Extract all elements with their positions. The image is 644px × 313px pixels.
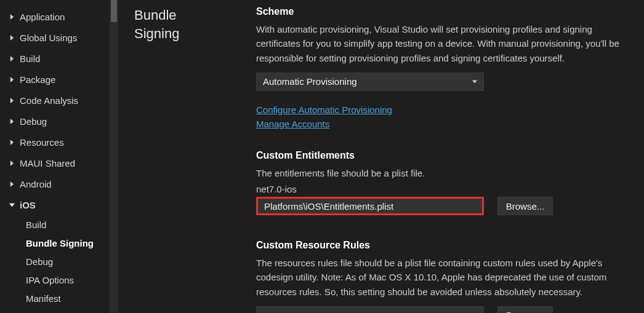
sidebar-subitem-label: IPA Options: [26, 275, 74, 285]
scheme-description: With automatic provisioning, Visual Stud…: [256, 22, 635, 65]
sidebar-subitem-debug[interactable]: Debug: [5, 252, 118, 271]
chevron-right-icon: [7, 77, 16, 82]
sidebar-item-resources[interactable]: Resources: [5, 132, 118, 153]
settings-content: Scheme With automatic provisioning, Visu…: [241, 0, 644, 313]
settings-sidebar: Application Global Usings Build Package …: [0, 0, 118, 313]
sidebar-item-maui-shared[interactable]: MAUI Shared: [5, 153, 118, 173]
scheme-title: Scheme: [256, 6, 635, 17]
resource-rules-description: The resources rules file should be a pli…: [256, 256, 635, 299]
chevron-right-icon: [7, 56, 16, 61]
chevron-right-icon: [7, 160, 16, 166]
sidebar-item-label: MAUI Shared: [20, 158, 75, 168]
section-heading: Bundle Signing: [118, 0, 241, 313]
sidebar-subitem-ipa-options[interactable]: IPA Options: [5, 271, 118, 289]
sidebar-subitem-label: Build: [26, 220, 46, 230]
chevron-down-icon: [472, 79, 477, 84]
sidebar-subitem-label: Debug: [26, 256, 53, 267]
chevron-right-icon: [7, 35, 16, 41]
sidebar-item-ios[interactable]: iOS: [5, 194, 118, 215]
entitlements-title: Custom Entitlements: [256, 150, 635, 161]
target-framework-label: net7.0-ios: [256, 184, 635, 194]
sidebar-item-label: Resources: [20, 137, 64, 148]
sidebar-item-label: iOS: [20, 200, 36, 210]
sidebar-item-code-analysis[interactable]: Code Analysis: [5, 90, 118, 111]
sidebar-item-label: Build: [20, 53, 40, 64]
chevron-right-icon: [7, 140, 16, 145]
sidebar-item-label: Package: [20, 74, 55, 85]
provisioning-dropdown[interactable]: Automatic Provisioning: [256, 73, 484, 91]
chevron-down-icon: [7, 202, 16, 208]
entitlements-description: The entitlements file should be a plist …: [256, 166, 635, 180]
configure-provisioning-link[interactable]: Configure Automatic Provisioning: [256, 105, 392, 115]
sidebar-item-label: Application: [20, 12, 65, 22]
chevron-right-icon: [7, 98, 16, 103]
sidebar-item-label: Code Analysis: [20, 95, 78, 106]
sidebar-item-package[interactable]: Package: [5, 69, 118, 90]
sidebar-item-label: Debug: [20, 116, 47, 127]
manage-accounts-link[interactable]: Manage Accounts: [256, 119, 329, 129]
sidebar-item-debug[interactable]: Debug: [5, 111, 118, 132]
sidebar-item-global-usings[interactable]: Global Usings: [5, 27, 118, 48]
chevron-right-icon: [7, 119, 16, 124]
scrollbar-thumb[interactable]: [111, 0, 117, 22]
sidebar-item-build[interactable]: Build: [5, 48, 118, 69]
sidebar-item-android[interactable]: Android: [5, 173, 118, 194]
entitlements-path-input[interactable]: [256, 197, 484, 215]
sidebar-subitem-label: Bundle Signing: [26, 238, 94, 248]
sidebar-item-label: Global Usings: [20, 33, 77, 43]
sidebar-subitem-bundle-signing[interactable]: Bundle Signing: [5, 234, 118, 252]
sidebar-item-application[interactable]: Application: [5, 6, 118, 27]
sidebar-item-label: Android: [20, 179, 52, 189]
resource-rules-title: Custom Resource Rules: [256, 240, 635, 251]
sidebar-subitem-label: Manifest: [26, 293, 61, 304]
sidebar-subitem-manifest[interactable]: Manifest: [5, 289, 118, 307]
dropdown-value: Automatic Provisioning: [263, 76, 357, 87]
chevron-right-icon: [7, 14, 16, 20]
chevron-right-icon: [7, 181, 16, 187]
page-title: Bundle Signing: [134, 6, 235, 42]
resource-rules-path-input[interactable]: [256, 306, 484, 313]
resource-rules-browse-button[interactable]: Browse...: [497, 306, 553, 313]
entitlements-browse-button[interactable]: Browse...: [497, 197, 553, 215]
sidebar-scrollbar[interactable]: [110, 0, 118, 313]
sidebar-subitem-build[interactable]: Build: [5, 215, 118, 234]
